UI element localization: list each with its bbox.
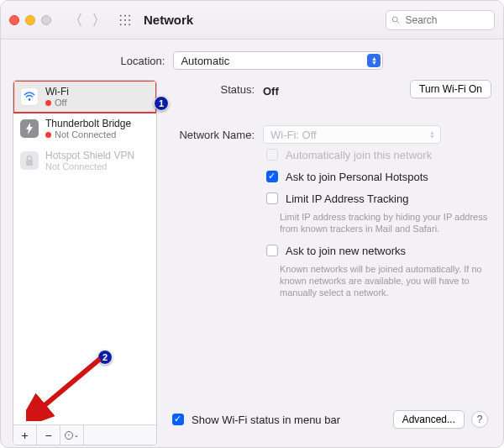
status-dot-icon — [45, 132, 51, 138]
svg-point-2 — [29, 98, 31, 101]
ask-new-checkbox-row[interactable]: Ask to join new networks — [263, 240, 491, 261]
chevron-updown-icon: ▲▼ — [429, 130, 435, 139]
main-footer: Show Wi-Fi status in menu bar Advanced..… — [169, 408, 488, 430]
connections-sidebar: Wi-Fi Off Thunderbolt Bridge Not Connect… — [13, 80, 157, 445]
limit-ip-checkbox-row[interactable]: Limit IP Address Tracking — [263, 187, 491, 209]
traffic-lights — [9, 15, 51, 25]
ask-hotspots-checkbox-row[interactable]: Ask to join Personal Hotspots — [263, 166, 491, 187]
sidebar-item-label: Thunderbolt Bridge — [45, 118, 131, 129]
thunderbolt-icon — [20, 119, 39, 138]
svg-point-0 — [392, 17, 397, 22]
annotation-badge-1: 1 — [154, 96, 169, 111]
location-label: Location: — [121, 55, 165, 67]
auto-join-checkbox — [266, 149, 278, 161]
sidebar-toolbar: + − ·⌄ — [13, 424, 156, 445]
status-value: Off — [263, 82, 279, 98]
show-status-checkbox[interactable] — [172, 414, 184, 425]
search-field[interactable] — [386, 10, 495, 30]
show-status-checkbox-row[interactable]: Show Wi-Fi status in menu bar — [169, 408, 340, 430]
wifi-icon — [20, 87, 39, 106]
ask-new-subtext: Known networks will be joined automatica… — [263, 263, 490, 298]
page-title: Network — [144, 13, 193, 27]
ask-new-checkbox[interactable] — [266, 245, 278, 256]
main-panel: Status: Off Turn Wi-Fi On Network Name: … — [157, 80, 491, 445]
titlebar: 〈 〉 Network — [1, 1, 503, 40]
network-name-select[interactable]: Wi-Fi: Off ▲▼ — [263, 125, 441, 144]
network-name-label: Network Name: — [171, 125, 263, 141]
status-label: Status: — [171, 80, 263, 96]
close-icon[interactable] — [9, 15, 19, 25]
sidebar-item-vpn[interactable]: Hotspot Shield VPN Not Connected — [13, 145, 156, 177]
location-select[interactable]: Automatic ▲▼ — [173, 51, 383, 70]
sidebar-item-thunderbolt[interactable]: Thunderbolt Bridge Not Connected — [13, 113, 156, 145]
chevron-updown-icon: ▲▼ — [367, 54, 381, 67]
limit-ip-checkbox[interactable] — [266, 192, 278, 204]
back-button[interactable]: 〈 — [68, 10, 83, 30]
all-prefs-icon[interactable] — [118, 13, 132, 27]
search-icon — [391, 15, 400, 25]
sidebar-item-label: Wi-Fi — [45, 86, 69, 98]
auto-join-checkbox-row: Automatically join this network — [263, 144, 491, 166]
location-row: Location: Automatic ▲▼ — [1, 40, 503, 80]
svg-line-1 — [397, 21, 400, 24]
preferences-window: 〈 〉 Network Location: Automatic ▲▼ — [0, 0, 504, 448]
minimize-icon[interactable] — [25, 15, 35, 25]
ask-hotspots-checkbox[interactable] — [266, 171, 278, 182]
forward-button[interactable]: 〉 — [92, 10, 107, 30]
help-button[interactable]: ? — [471, 411, 488, 428]
annotation-badge-2: 2 — [97, 350, 113, 365]
toggle-wifi-button[interactable]: Turn Wi-Fi On — [410, 80, 491, 98]
remove-button[interactable]: − — [37, 425, 60, 445]
zoom-icon — [41, 15, 51, 25]
network-name-value: Wi-Fi: Off — [270, 129, 317, 141]
search-input[interactable] — [403, 13, 489, 27]
svg-rect-3 — [26, 160, 33, 166]
limit-ip-subtext: Limit IP address tracking by hiding your… — [263, 211, 490, 235]
sidebar-item-label: Hotspot Shield VPN — [45, 150, 134, 161]
lock-icon — [20, 151, 39, 170]
add-button[interactable]: + — [13, 425, 37, 445]
location-value: Automatic — [181, 55, 229, 67]
sidebar-item-wifi[interactable]: Wi-Fi Off — [13, 81, 156, 113]
more-button[interactable]: ·⌄ — [60, 425, 84, 445]
advanced-button[interactable]: Advanced... — [393, 410, 465, 429]
status-dot-icon — [45, 100, 51, 106]
